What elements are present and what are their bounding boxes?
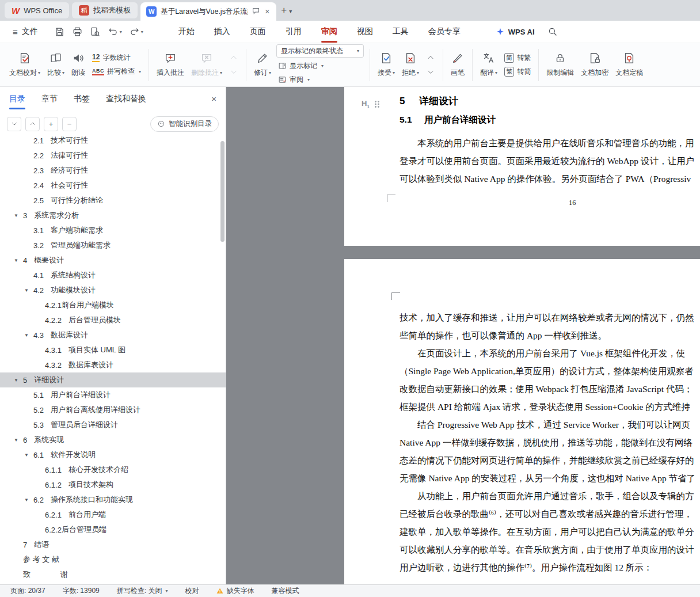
sidebar-close-icon[interactable]: × xyxy=(211,94,216,104)
heading-grip[interactable]: H1 xyxy=(362,99,380,109)
toc-item[interactable]: 2.5可行性分析结论 xyxy=(0,193,226,208)
document-text-line[interactable]: 结合 Progressive Web App 技术，通过 Service Wor… xyxy=(400,416,700,434)
toc-item[interactable]: 6.2.1前台用户端 xyxy=(0,507,226,522)
search-icon[interactable] xyxy=(547,26,558,37)
document-text-line[interactable]: 态差的情况下仍能对网页进行简单的操作，并能继续欣赏之前已经缓存好的 xyxy=(400,451,700,469)
track-changes-button[interactable]: 修订▾ xyxy=(250,47,275,83)
review-pane-button[interactable]: 审阅 ▾ xyxy=(276,74,364,85)
ink-pen-button[interactable]: 画笔 xyxy=(447,47,468,83)
redo-button[interactable]: ▾ xyxy=(127,25,146,39)
word-count-button[interactable]: 12 字数统计 xyxy=(90,52,143,63)
toc-item[interactable]: 4.3.2数据库表设计 xyxy=(0,358,226,372)
sidebar-scrollbar[interactable] xyxy=(220,141,225,242)
menu-tab-tools[interactable]: 工具 xyxy=(383,21,419,43)
toc-item[interactable]: 2.4社会可行性 xyxy=(0,178,226,193)
toc-expand-icon[interactable]: ▼ xyxy=(14,438,23,443)
toc-expand-icon[interactable]: ▼ xyxy=(24,452,33,458)
spellcheck-indicator[interactable]: 拼写检查: 关闭 ▾ xyxy=(117,586,168,596)
word-count-indicator[interactable]: 字数: 13909 xyxy=(63,586,100,596)
document-page-17[interactable]: 技术，加入了缓存和推送，让用户可以在网络较差或者无网的情况下，仍然些简单的操作，… xyxy=(344,259,700,584)
sidebar-tab-toc[interactable]: 目录 xyxy=(9,88,25,111)
document-text-line[interactable]: （Single Page Web Application,单页应用）的设计方式，… xyxy=(400,362,700,380)
toc-expand-icon[interactable]: ▼ xyxy=(14,213,23,218)
read-aloud-button[interactable]: 朗读 xyxy=(68,47,89,83)
spell-check-button[interactable]: ABC 拼写检查 ▾ xyxy=(90,66,143,77)
toc-item[interactable]: 3.2管理员端功能需求 xyxy=(0,238,226,253)
translate-button[interactable]: 翻译▾ xyxy=(477,47,501,83)
redo-dropdown-icon[interactable]: ▾ xyxy=(141,29,143,35)
reject-change-button[interactable]: 拒绝▾ xyxy=(398,47,423,83)
toc-expand-icon[interactable]: ▼ xyxy=(14,258,23,263)
toc-item[interactable]: 4.2.2后台管理员模块 xyxy=(0,313,226,328)
sidebar-tab-bookmarks[interactable]: 书签 xyxy=(74,88,90,111)
document-text-line[interactable]: 登录才可以使用前台页面。页面采用最近较为流行的 WebApp 设计，让用户 xyxy=(400,152,700,170)
toc-item[interactable]: 2.1技术可行性 xyxy=(0,136,226,148)
toc-zoom-out-button[interactable]: − xyxy=(62,117,77,131)
document-text-line[interactable]: 在页面设计上，本系统的用户前台采用了 Vue.js 框架组件化开发，使 xyxy=(400,344,700,362)
toc-item[interactable]: ▼6系统实现 xyxy=(0,432,226,447)
toc-item[interactable]: ▼4概要设计 xyxy=(0,253,226,268)
smart-toc-button[interactable]: 智能识别目录 xyxy=(150,116,219,132)
document-text-line[interactable]: 已经被后台收录的歌曲⁽⁶⁾，还可以对自己喜欢或者感兴趣的音乐进行管理， xyxy=(400,505,700,523)
to-traditional-button[interactable]: 简 转繁 xyxy=(503,52,532,63)
accept-change-button[interactable]: 接受▾ xyxy=(374,47,398,83)
sidebar-tab-find-replace[interactable]: 查找和替换 xyxy=(106,88,146,111)
new-tab-button[interactable]: + xyxy=(281,5,287,16)
markup-state-select[interactable]: 显示标记的最终状态 ▾ xyxy=(276,44,364,58)
toc-item[interactable]: ▼3系统需求分析 xyxy=(0,208,226,223)
compare-button[interactable]: 比较▾ xyxy=(44,47,68,83)
document-text-line[interactable]: 用户边听歌，边进行其他的操作⁽⁷⁾。用户操作流程如图 12 所示： xyxy=(400,558,700,576)
toc-item[interactable]: 5.1用户前台详细设计 xyxy=(0,387,226,402)
toc-item[interactable]: 5.2用户前台离线使用详细设计 xyxy=(0,402,226,417)
toc-item[interactable]: 4.2.1前台用户端模块 xyxy=(0,298,226,313)
toc-item[interactable]: 7结语 xyxy=(0,537,226,552)
tab-wps-office[interactable]: W WPS Office xyxy=(5,2,69,18)
section-heading[interactable]: 5详细设计 xyxy=(400,92,700,111)
print-preview-button[interactable] xyxy=(88,25,103,39)
wps-ai-button[interactable]: WPS AI xyxy=(496,27,535,36)
restrict-editing-button[interactable]: 限制编辑 xyxy=(543,47,577,83)
proofread-indicator[interactable]: 校对 xyxy=(185,586,199,596)
document-page-16[interactable]: H1 5详细设计 5.1用户前台详细设计 本系统的用户前台主要是提供给用户在线听… xyxy=(344,87,700,246)
tab-document-active[interactable]: W 基于Laravel与Vue.js音乐流媒 × xyxy=(140,2,276,21)
next-change-button[interactable] xyxy=(424,66,437,78)
document-text-line[interactable]: 些简单的操作，也可以像普通的 App 一样收到推送。 xyxy=(400,326,700,344)
tab-docer-template[interactable]: 稻 找稻壳模板 xyxy=(72,2,138,18)
undo-dropdown-icon[interactable]: ▾ xyxy=(120,29,122,35)
toc-item[interactable]: 6.2.2后台管理员端 xyxy=(0,522,226,537)
document-text-line[interactable]: 可以收藏别人分享的歌单等。在音乐欣赏方面，由于使用了单页应用的设计 xyxy=(400,541,700,558)
finalize-document-button[interactable]: 文档定稿 xyxy=(612,47,646,83)
toc-item[interactable]: ▼6.2操作系统接口和功能实现 xyxy=(0,492,226,507)
menu-tab-review-active[interactable]: 审阅 xyxy=(311,21,347,43)
toc-item[interactable]: 6.1.1核心开发技术介绍 xyxy=(0,462,226,477)
toc-expand-all-button[interactable] xyxy=(7,117,21,131)
show-markup-button[interactable]: 显示标记 ▾ xyxy=(276,60,364,71)
document-text-line[interactable]: 无需像 Native App 的安装过程，从另一个角度，这也相对 Native … xyxy=(400,469,700,487)
toc-expand-icon[interactable]: ▼ xyxy=(14,378,23,383)
close-tab-icon[interactable]: × xyxy=(264,7,271,16)
to-simplified-button[interactable]: 繁 转简 xyxy=(503,66,532,77)
compatibility-mode-indicator[interactable]: 兼容模式 xyxy=(271,586,299,596)
print-button[interactable] xyxy=(70,25,85,39)
menu-tab-home[interactable]: 开始 xyxy=(169,21,204,43)
document-text-line[interactable]: 框架提供 API 给前端 Ajax 请求，登录状态使用 Session+Cook… xyxy=(400,398,700,416)
document-text-line[interactable]: 可以体验到类似 Native App 的操作体验。另外页面结合了 PWA（Pro… xyxy=(400,170,700,188)
tab-list-chevron-icon[interactable]: ▾ xyxy=(289,8,292,14)
toc-item[interactable]: 5.3管理员后台详细设计 xyxy=(0,417,226,432)
toc-zoom-in-button[interactable]: + xyxy=(44,117,58,131)
menu-tab-member[interactable]: 会员专享 xyxy=(419,21,470,43)
document-text-line[interactable]: Native App 一样做到缓存数据，脱机使用，推送等功能，能做到在没有网络 xyxy=(400,434,700,451)
toc-item[interactable]: 参 考 文 献 xyxy=(0,552,226,567)
toc-item[interactable]: ▼5详细设计 xyxy=(0,372,226,387)
encrypt-document-button[interactable]: 文档加密 xyxy=(577,47,612,83)
document-text-line[interactable]: 改数据自动更新接口的效果；使用 Webpack 打包压缩混淆 JavaScrip… xyxy=(400,380,700,398)
toc-item[interactable]: 致 谢 xyxy=(0,567,226,582)
toc-item[interactable]: 3.1客户端功能需求 xyxy=(0,223,226,238)
toc-item[interactable]: ▼6.1软件开发说明 xyxy=(0,447,226,462)
toc-item[interactable]: 2.3经济可行性 xyxy=(0,163,226,178)
document-text-line[interactable]: 建歌单，加入歌单等操作。在互动方面，用户可以把自己认为满意的歌单分 xyxy=(400,523,700,541)
menu-tab-page[interactable]: 页面 xyxy=(240,21,276,43)
undo-button[interactable]: ▾ xyxy=(105,25,124,39)
insert-comment-button[interactable]: 插入批注 xyxy=(153,47,188,83)
previous-change-button[interactable] xyxy=(424,52,437,63)
